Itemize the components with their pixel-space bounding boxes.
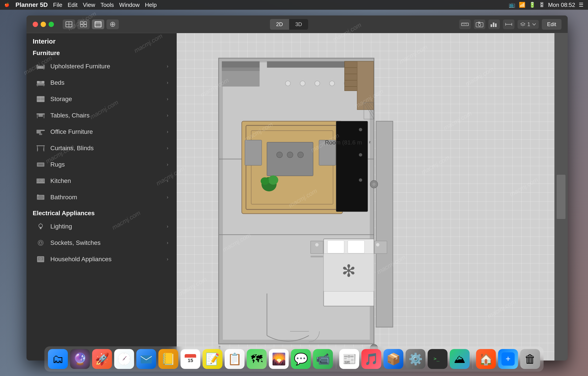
chevron-right-icon: › [167,96,168,102]
sidebar-item-bathroom[interactable]: Bathroom › [29,189,175,205]
dock-messages[interactable]: 💬 [291,349,311,369]
svg-point-68 [39,224,43,228]
dock-trash[interactable]: 🗑 [520,349,540,369]
svg-rect-5 [80,24,83,27]
dock-facetime[interactable]: 📹 [313,349,333,369]
dock-mail[interactable] [136,349,156,369]
sidebar-item-household-appliances[interactable]: Household Appliances › [29,251,175,267]
household-appliances-icon [35,255,46,264]
close-button[interactable] [33,22,38,27]
svg-text:+: + [506,354,510,363]
svg-point-106 [268,175,278,185]
svg-rect-35 [42,81,44,83]
floor-plan-svg[interactable]: ✻ [177,33,555,361]
svg-rect-125 [348,241,365,253]
chevron-right-icon: › [167,145,168,151]
menu-edit[interactable]: Edit [65,0,80,10]
sidebar-item-storage[interactable]: Storage › [29,91,175,107]
minimize-button[interactable] [41,22,46,27]
sidebar-item-beds[interactable]: Beds › [29,75,175,91]
system-time: Mon 08:52 [548,1,575,8]
dock-syspref[interactable]: ⚙️ [406,349,425,369]
dock-calendar[interactable]: 15 [180,349,200,369]
view-3d-button[interactable]: 3D [289,19,308,30]
sidebar-item-tables-chairs[interactable]: Tables, Chairs › [29,108,175,123]
svg-rect-47 [36,113,45,115]
chevron-right-icon: › [167,194,168,200]
svg-point-156 [124,359,125,359]
sidebar-item-office-furniture[interactable]: Office Furniture › [29,124,175,140]
menu-file[interactable]: File [50,0,65,10]
svg-rect-49 [36,130,40,133]
dock-siri[interactable]: 🔮 [70,349,90,369]
dock-terminal[interactable]: >_ [428,349,448,369]
layer-control[interactable]: 1 [517,20,538,29]
main-content: Interior Furniture Uphols [27,33,568,361]
svg-point-114 [359,128,362,131]
dock-addfiles[interactable]: + [498,349,518,369]
svg-rect-34 [37,81,40,83]
dock-appstore[interactable]: 📦 [383,349,403,369]
menu-window[interactable]: Window [117,0,142,10]
notification-icon[interactable]: ☰ [579,2,584,8]
titlebar: 2D 3D [27,15,568,33]
dock-finder[interactable]: 🗂 [48,349,68,369]
menu-help[interactable]: Help [142,0,159,10]
svg-rect-6 [84,24,87,27]
edit-button[interactable]: Edit [542,19,561,30]
dock-alpinequest[interactable]: ⛰ [450,349,470,369]
chevron-right-icon: › [167,240,168,246]
bathroom-label: Bathroom [50,194,163,201]
menu-view[interactable]: View [80,0,98,10]
sidebar-item-upholstered-furniture[interactable]: Upholstered Furniture › [29,58,175,74]
menu-tools[interactable]: Tools [98,0,117,10]
svg-point-129 [315,243,318,246]
dock-maps[interactable]: 🗺 [247,349,267,369]
dimension-button[interactable] [503,20,514,29]
floor-plan-view-button[interactable] [63,20,75,29]
apple-menu-icon[interactable]: 🍎 [4,2,9,7]
sidebar-item-curtains-blinds[interactable]: Curtains, Blinds › [29,140,175,156]
grid-view-button[interactable] [77,20,90,29]
office-furniture-label: Office Furniture [50,128,163,135]
view-2d-button[interactable]: 2D [270,19,289,30]
sidebar-item-lighting[interactable]: Lighting › [29,219,175,234]
canvas-area[interactable]: ✻ [177,33,555,361]
stats-button[interactable] [488,20,500,29]
household-appliances-label: Household Appliances [50,256,163,263]
svg-rect-13 [462,23,469,26]
svg-rect-7 [95,22,101,27]
canvas-view-button[interactable] [92,20,104,29]
svg-text:Room (81.6 m: Room (81.6 m [325,139,362,146]
dock-launchpad[interactable]: 🚀 [92,349,112,369]
ruler-tool-button[interactable] [459,20,471,29]
rugs-icon [35,160,46,169]
svg-rect-69 [40,228,42,229]
dock-notes[interactable]: 📝 [203,349,222,369]
dock-notefile[interactable]: 📒 [158,349,178,369]
maximize-button[interactable] [49,22,54,27]
svg-rect-63 [36,183,45,183]
airplay-icon: 📺 [509,2,515,8]
network-view-button[interactable] [106,20,119,29]
svg-rect-104 [267,142,313,176]
dock-news[interactable]: 📰 [339,349,359,369]
svg-rect-4 [84,22,87,24]
control-center-icon[interactable]: 🎛 [539,2,545,8]
right-scrollbar[interactable] [557,175,566,219]
sidebar-item-sockets-switches[interactable]: Sockets, Switches › [29,235,175,251]
dock-planner5d[interactable]: 🏠 [476,349,496,369]
desktop: 🍎 Planner 5D File Edit View Tools Window… [0,0,588,376]
dock-safari[interactable] [114,349,134,369]
dock-photos[interactable]: 🌄 [269,349,289,369]
titlebar-buttons [63,20,119,29]
menu-planner5d[interactable]: Planner 5D [13,0,50,10]
sidebar-item-kitchen[interactable]: Kitchen › [29,173,175,189]
svg-point-107 [261,177,269,185]
camera-button[interactable] [474,20,485,29]
dock-reminders[interactable]: 📋 [225,349,244,369]
sidebar-item-rugs[interactable]: Rugs › [29,157,175,173]
svg-text:15: 15 [188,358,193,363]
dock-music[interactable]: 🎵 [361,349,381,369]
lighting-icon [35,222,46,231]
